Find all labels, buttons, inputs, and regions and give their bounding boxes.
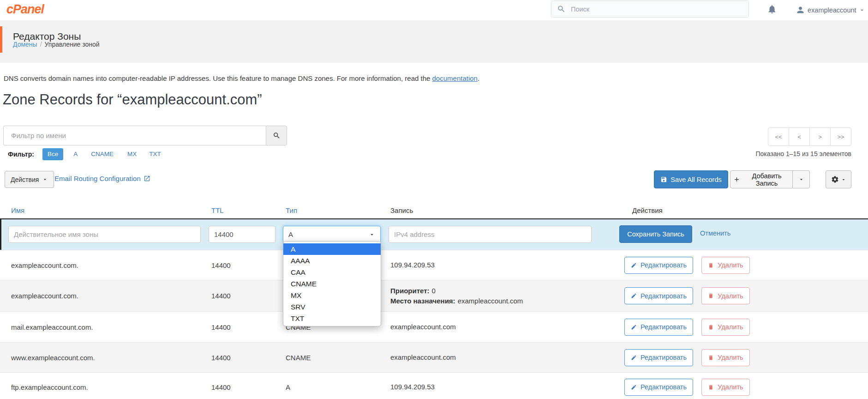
breadcrumb: Домены/Управление зоной xyxy=(13,41,100,48)
name-filter-search-button[interactable] xyxy=(266,126,287,145)
account-menu[interactable]: exampleaccount xyxy=(796,5,865,15)
external-link-icon xyxy=(144,175,150,182)
record-name: www.exampleaccount.com. xyxy=(11,354,211,362)
breadcrumb-separator: / xyxy=(40,41,42,48)
caret-down-icon xyxy=(841,177,846,182)
record-ttl: 14400 xyxy=(211,292,286,300)
type-option-srv[interactable]: SRV xyxy=(283,301,381,313)
filter-cname-button[interactable]: CNAME xyxy=(91,151,114,157)
trash-icon xyxy=(708,384,714,390)
new-record-ttl-input[interactable] xyxy=(209,226,275,243)
filter-a-button[interactable]: A xyxy=(73,151,78,157)
table-row: exampleaccount.com. 14400 A 109.94.209.5… xyxy=(0,250,868,280)
record-type: CNAME xyxy=(286,354,390,362)
zone-records-heading: Zone Records for “exampleaccount.com” xyxy=(3,91,262,108)
trash-icon xyxy=(708,262,714,268)
type-option-mx[interactable]: MX xyxy=(283,290,381,301)
pagination-next-button[interactable]: > xyxy=(809,127,831,146)
gear-icon xyxy=(831,175,839,183)
type-dropdown-menu: A AAAA CAA CNAME MX SRV TXT xyxy=(283,241,381,326)
masthead: cPanel exampleaccount xyxy=(0,0,868,21)
global-search xyxy=(551,0,749,18)
delete-record-button[interactable]: Удалить xyxy=(701,257,750,274)
zone-records-table: Имя TTL Тип Запись Действия A Сохранить … xyxy=(0,196,868,399)
type-option-txt[interactable]: TXT xyxy=(283,313,381,324)
record-type: A xyxy=(286,383,390,391)
plus-icon xyxy=(733,176,740,183)
trash-icon xyxy=(708,355,714,361)
record-value: 109.94.209.53 xyxy=(390,260,624,270)
edit-record-button[interactable]: Редактировать xyxy=(624,349,693,366)
edit-record-button[interactable]: Редактировать xyxy=(624,287,693,304)
chevron-down-icon xyxy=(859,7,865,13)
record-value: 109.94.209.53 xyxy=(390,382,624,392)
settings-gear-button[interactable] xyxy=(826,170,851,188)
column-header-type[interactable]: Тип xyxy=(286,206,390,214)
filter-mx-button[interactable]: MX xyxy=(127,151,137,157)
column-header-name[interactable]: Имя xyxy=(11,206,211,214)
record-ttl: 14400 xyxy=(211,261,286,269)
new-record-value-input[interactable] xyxy=(389,226,592,243)
pagination-last-button[interactable]: >> xyxy=(830,127,851,146)
name-filter xyxy=(3,126,287,145)
new-record-row: A Сохранить Запись Отменить xyxy=(0,219,868,250)
column-header-record: Запись xyxy=(390,206,624,214)
delete-record-button[interactable]: Удалить xyxy=(701,349,750,366)
save-all-records-button[interactable]: Save All Records xyxy=(654,170,728,188)
pencil-icon xyxy=(631,324,637,330)
intro-text: DNS converts domain names into computer-… xyxy=(4,74,479,82)
notifications-bell-icon[interactable] xyxy=(767,4,777,14)
type-option-aaaa[interactable]: AAAA xyxy=(283,255,381,266)
orange-accent-bar xyxy=(0,26,2,53)
edit-record-button[interactable]: Редактировать xyxy=(624,379,693,396)
table-row: ftp.exampleaccount.com. 14400 A 109.94.2… xyxy=(0,372,868,399)
table-header-row: Имя TTL Тип Запись Действия xyxy=(0,196,868,219)
edit-record-button[interactable]: Редактировать xyxy=(624,319,693,336)
pagination-summary: Показано 1–15 из 15 элементов xyxy=(755,150,851,157)
type-option-a[interactable]: A xyxy=(283,243,381,255)
table-row: exampleaccount.com. 14400 MX Приоритет:0… xyxy=(0,280,868,311)
pagination: << < > >> xyxy=(768,127,851,146)
type-option-caa[interactable]: CAA xyxy=(283,266,381,278)
add-record-button[interactable]: Добавить Запись xyxy=(730,170,793,188)
user-icon xyxy=(796,5,805,15)
record-value: exampleaccount.com xyxy=(390,352,624,363)
new-record-name-input[interactable] xyxy=(8,226,201,243)
record-ttl: 14400 xyxy=(211,354,286,362)
filter-txt-button[interactable]: TXT xyxy=(149,151,161,157)
delete-record-button[interactable]: Удалить xyxy=(701,379,750,396)
page-header-strip: Редактор Зоны Домены/Управление зоной xyxy=(0,20,868,63)
global-search-input[interactable] xyxy=(570,5,743,13)
record-name: mail.exampleaccount.com. xyxy=(11,323,211,331)
pencil-icon xyxy=(631,355,637,361)
breadcrumb-current: Управление зоной xyxy=(45,41,100,48)
delete-record-button[interactable]: Удалить xyxy=(701,287,750,304)
caret-down-icon xyxy=(798,176,804,182)
record-ttl: 14400 xyxy=(211,323,286,331)
delete-record-button[interactable]: Удалить xyxy=(701,319,750,336)
name-filter-input[interactable] xyxy=(3,126,266,145)
record-name: ftp.exampleaccount.com. xyxy=(11,383,211,391)
actions-dropdown-button[interactable]: Действия xyxy=(5,171,54,188)
trash-icon xyxy=(708,324,714,330)
email-routing-link[interactable]: Email Routing Configuration xyxy=(54,175,150,182)
search-icon xyxy=(557,5,566,13)
chevron-down-icon xyxy=(369,231,375,238)
cancel-record-button[interactable]: Отменить xyxy=(700,230,730,237)
type-option-cname[interactable]: CNAME xyxy=(283,278,381,290)
caret-down-icon xyxy=(42,176,48,182)
filter-all-button[interactable]: Все xyxy=(42,148,63,160)
type-filter-bar: Фильтр: Все A CNAME MX TXT xyxy=(8,148,161,160)
pagination-prev-button[interactable]: < xyxy=(789,127,810,146)
save-record-button[interactable]: Сохранить Запись xyxy=(619,225,692,243)
edit-record-button[interactable]: Редактировать xyxy=(624,257,693,274)
filter-label: Фильтр: xyxy=(8,151,34,158)
table-row: mail.exampleaccount.com. 14400 CNAME exa… xyxy=(0,311,868,342)
cpanel-logo: cPanel xyxy=(6,2,44,17)
breadcrumb-domains-link[interactable]: Домены xyxy=(13,41,37,48)
column-header-ttl[interactable]: TTL xyxy=(211,206,286,214)
add-record-dropdown-toggle[interactable] xyxy=(792,170,810,188)
pagination-first-button[interactable]: << xyxy=(768,127,789,146)
new-record-type-select[interactable]: A xyxy=(283,226,381,243)
documentation-link[interactable]: documentation xyxy=(432,74,478,82)
